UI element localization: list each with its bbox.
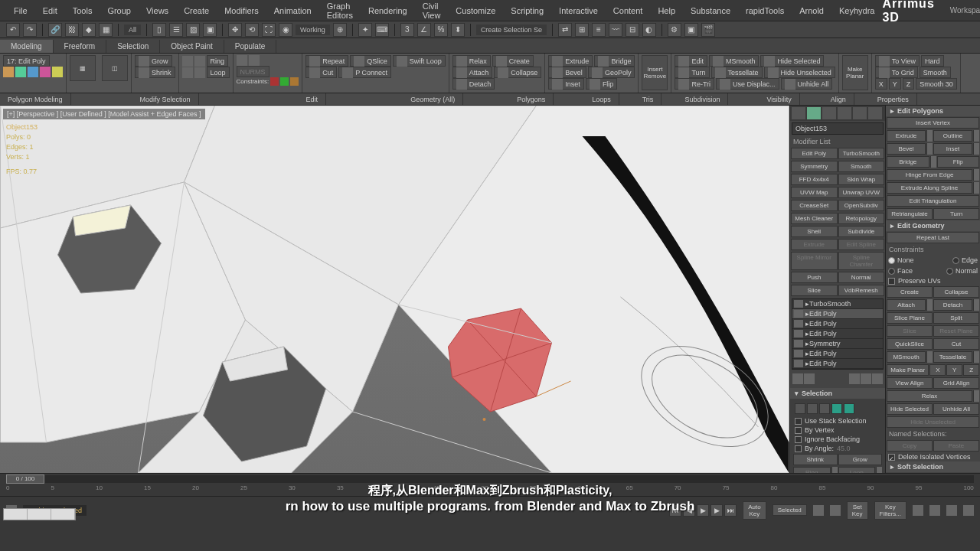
view-align-button[interactable]: View Align [887,377,933,389]
eg-relax-button[interactable]: Relax [887,390,972,402]
retriangulate-button[interactable]: Retriangulate [887,208,933,220]
paste-sel-button[interactable]: Paste [933,440,979,452]
tab-objectpaint[interactable]: Object Paint [160,40,224,53]
swiftloop-button[interactable]: Swift Loop [393,55,446,67]
hide-selected-button[interactable]: Hide Selected [760,55,824,67]
planar-z-button[interactable]: Z [963,364,979,376]
mb-slice[interactable]: Slice [791,285,838,296]
key-mode-icon[interactable] [813,505,824,516]
tessellate-rib-button[interactable]: Tessellate [711,67,763,78]
time-slider[interactable]: 0 / 100 [6,475,974,483]
nav-icon3[interactable] [946,505,957,516]
footer-geometry[interactable]: Geometry (All) [403,93,463,105]
use-stack-check[interactable]: Use Stack Selection [792,416,883,425]
menu-tools[interactable]: Tools [65,3,100,18]
footer-polymodeling[interactable]: Polygon Modeling [0,93,71,105]
by-vertex-check[interactable]: By Vertex [792,425,883,435]
tab-selection[interactable]: Selection [106,40,160,53]
loop2-icon[interactable] [182,67,193,78]
render-button[interactable]: 🎬 [701,23,715,37]
hierarchy-panel-tab[interactable] [822,107,836,119]
smooth-button[interactable]: Smooth [920,67,951,78]
misc2-icon[interactable] [249,55,260,66]
motion-panel-tab[interactable] [838,107,851,119]
nurms-button[interactable]: NURMS [237,66,270,77]
eye-icon[interactable] [794,360,803,367]
sel-element-icon[interactable] [844,403,854,414]
next-frame-button[interactable]: ▶ [710,504,723,517]
scale-button[interactable]: ⛶ [262,23,276,37]
nav-icon1[interactable] [913,505,923,516]
ep-flip-button[interactable]: Flip [937,156,980,168]
hinge-button[interactable]: Hinge From Edge [887,169,972,181]
schematic-view-button[interactable]: ⊟ [626,23,639,37]
menu-civilview[interactable]: Civil View [415,0,449,23]
mb-push[interactable]: Push [791,272,838,283]
footer-loops[interactable]: Loops [584,93,619,105]
tab-populate[interactable]: Populate [224,40,276,53]
mb-editpoly[interactable]: Edit Poly [791,148,838,159]
border-mode-icon[interactable] [28,67,38,77]
bevel-button[interactable]: Bevel [548,67,586,78]
edit-tri-button[interactable]: Edit [675,55,707,67]
stack-symmetry[interactable]: ▸ Symmetry [792,339,883,349]
ep-inset-button[interactable]: Inset [933,143,972,155]
detach-button[interactable]: Detach [452,78,495,90]
footer-align[interactable]: Align [823,93,854,105]
menu-substance[interactable]: Substance [683,3,738,18]
x-button[interactable]: X [875,78,887,90]
footer-visibility[interactable]: Visibility [759,93,799,105]
radio-none[interactable] [888,257,895,264]
rotate-button[interactable]: ⟲ [245,23,259,37]
mb-uvwmap[interactable]: UVW Map [791,187,838,198]
sel-polygon-icon[interactable] [831,403,842,414]
y-button[interactable]: Y [889,78,901,90]
footer-modifysel[interactable]: Modify Selection [132,93,199,105]
eg-unhide-button[interactable]: Unhide All [933,403,979,415]
footer-tris[interactable]: Tris [635,93,662,105]
footer-subdivision[interactable]: Subdivision [677,93,728,105]
create-panel-tab[interactable] [792,107,805,119]
eye-icon[interactable] [794,350,803,357]
mb-retopology[interactable]: Retopology [838,213,885,224]
keyboard-button[interactable]: ⌨ [375,23,389,37]
tab-modeling[interactable]: Modeling [0,40,54,53]
turn-button[interactable]: Turn [675,67,709,78]
link-button[interactable]: 🔗 [48,23,62,37]
grow-button[interactable]: Grow [135,55,172,67]
key-filter-icon[interactable] [830,505,841,516]
collapse-button[interactable]: Collapse [494,67,541,78]
undo-button[interactable]: ↶ [6,23,20,37]
planar-y-button[interactable]: Y [946,364,962,376]
menu-rendering[interactable]: Rendering [361,3,415,18]
turn-button2[interactable]: Turn [933,208,979,220]
redo-button[interactable]: ↷ [23,23,37,37]
geopoly-button[interactable]: GeoPoly [588,67,635,78]
eg-hide-unsel-button[interactable]: Hide Unselected [887,416,979,428]
to-grid-button[interactable]: To Grid [875,67,918,78]
extrude-spline-button[interactable]: Extrude Along Spline [887,182,972,194]
use-displac-button[interactable]: Use Displac... [716,78,779,90]
tab-freeform[interactable]: Freeform [54,40,107,53]
modifier-stack[interactable]: ▸ TurboSmooth ▸ Edit Poly ▸ Edit Poly ▸ … [792,298,884,370]
editpoly-dropdown[interactable]: 17: Edit Poly [3,55,50,67]
edit-polygons-header[interactable]: ▸ Edit Polygons [886,106,980,116]
preview2-button[interactable]: ◫ [102,55,128,81]
cut-button[interactable]: Cut [305,67,337,78]
slice-plane-button[interactable]: Slice Plane [887,312,933,324]
material-editor-button[interactable]: ◐ [642,23,656,37]
shrink-sel-button[interactable]: Shrink [793,454,838,465]
remove-modifier-icon[interactable] [861,373,871,384]
menu-help[interactable]: Help [650,3,683,18]
polygon-mode-icon[interactable] [40,67,51,77]
bind-button[interactable]: ◆ [82,23,96,37]
time-handle[interactable]: 0 / 100 [6,474,44,484]
schematic-button[interactable]: ▦ [99,23,113,37]
menu-rapidtools[interactable]: rapidTools [738,3,792,18]
slice-button[interactable]: Slice [887,325,933,337]
selected-dropdown[interactable]: Selected [773,504,807,516]
planar-x-button[interactable]: X [929,364,946,376]
attach-button[interactable]: Attach [452,67,493,78]
edge-mode-icon[interactable] [15,67,26,77]
reset-plane-button[interactable]: Reset Plane [933,325,979,337]
